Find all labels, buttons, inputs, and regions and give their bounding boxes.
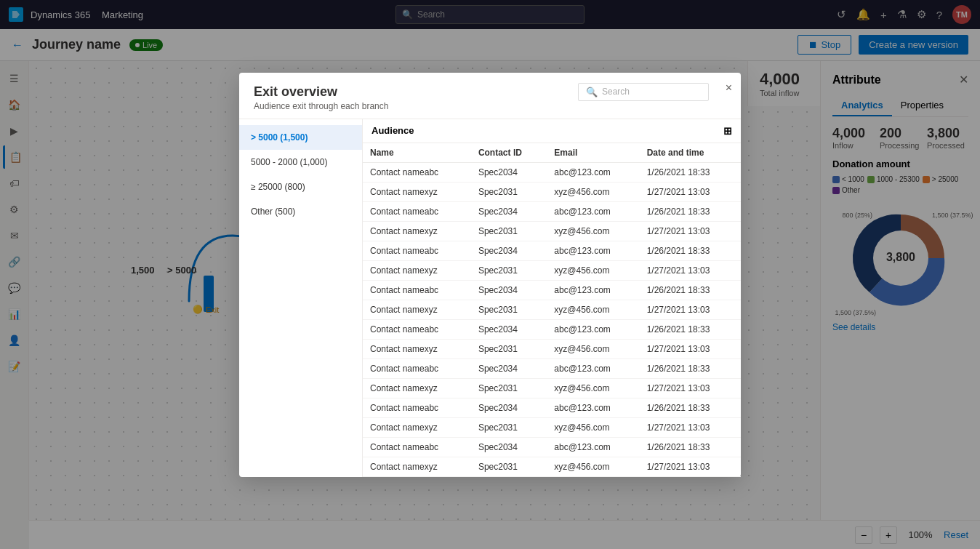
col-datetime: Date and time: [640, 143, 741, 163]
cell-email: xyz@456.com: [547, 221, 639, 241]
cell-name: Contact namexyz: [363, 221, 471, 241]
table-row: Contact nameabcSpec2034abc@123.com1/26/2…: [363, 201, 741, 221]
table-row: Contact nameabcSpec2034abc@123.com1/26/2…: [363, 162, 741, 182]
cell-email: xyz@456.com: [547, 417, 639, 437]
cell-name: Contact nameabc: [363, 201, 471, 221]
cell-datetime: 1/26/2021 18:33: [640, 280, 741, 300]
audience-label: Audience: [371, 125, 414, 136]
cell-contact_id: Spec2034: [471, 358, 547, 378]
col-name: Name: [363, 143, 471, 163]
cell-datetime: 1/26/2021 18:33: [640, 437, 741, 457]
cell-email: abc@123.com: [547, 280, 639, 300]
cell-name: Contact namexyz: [363, 300, 471, 319]
cell-name: Contact nameabc: [363, 162, 471, 182]
table-row: Contact namexyzSpec2031xyz@456.com1/27/2…: [363, 417, 741, 437]
exit-overview-modal: Exit overview Audience exit through each…: [239, 73, 741, 477]
cell-email: xyz@456.com: [547, 182, 639, 201]
cell-name: Contact nameabc: [363, 398, 471, 417]
segment-item-3[interactable]: Other (500): [239, 199, 362, 224]
table-panel: Audience ⊞ Name Contact ID Email Date an…: [363, 119, 741, 477]
table-row: Contact nameabcSpec2034abc@123.com1/26/2…: [363, 241, 741, 260]
cell-name: Contact nameabc: [363, 241, 471, 260]
cell-email: xyz@456.com: [547, 457, 639, 476]
modal-subtitle: Audience exit through each branch: [254, 101, 726, 111]
cell-datetime: 1/27/2021 13:03: [640, 378, 741, 398]
table-row: Contact nameabcSpec2034abc@123.com1/26/2…: [363, 358, 741, 378]
cell-datetime: 1/27/2021 13:03: [640, 300, 741, 319]
cell-name: Contact namexyz: [363, 260, 471, 280]
cell-contact_id: Spec2034: [471, 201, 547, 221]
cell-name: Contact namexyz: [363, 339, 471, 358]
segment-item-2[interactable]: ≥ 25000 (800): [239, 175, 362, 199]
table-header-row: Name Contact ID Email Date and time: [363, 143, 741, 163]
cell-contact_id: Spec2034: [471, 162, 547, 182]
cell-datetime: 1/26/2021 18:33: [640, 319, 741, 339]
cell-email: xyz@456.com: [547, 260, 639, 280]
cell-name: Contact namexyz: [363, 378, 471, 398]
modal-overlay: Exit overview Audience exit through each…: [0, 0, 980, 549]
table-row: Contact namexyzSpec2031xyz@456.com1/27/2…: [363, 260, 741, 280]
cell-name: Contact namexyz: [363, 182, 471, 201]
cell-email: abc@123.com: [547, 241, 639, 260]
segment-item-0[interactable]: > 5000 (1,500): [239, 125, 362, 150]
cell-contact_id: Spec2034: [471, 319, 547, 339]
cell-email: abc@123.com: [547, 319, 639, 339]
audience-table: Name Contact ID Email Date and time Cont…: [363, 143, 741, 477]
table-row: Contact namexyzSpec2031xyz@456.com1/27/2…: [363, 221, 741, 241]
cell-name: Contact namexyz: [363, 417, 471, 437]
cell-contact_id: Spec2031: [471, 260, 547, 280]
cell-contact_id: Spec2031: [471, 300, 547, 319]
cell-datetime: 1/27/2021 13:03: [640, 339, 741, 358]
cell-email: abc@123.com: [547, 201, 639, 221]
cell-datetime: 1/26/2021 18:33: [640, 241, 741, 260]
cell-name: Contact nameabc: [363, 319, 471, 339]
cell-contact_id: Spec2031: [471, 182, 547, 201]
cell-name: Contact namexyz: [363, 457, 471, 476]
cell-contact_id: Spec2034: [471, 398, 547, 417]
cell-contact_id: Spec2034: [471, 437, 547, 457]
cell-email: xyz@456.com: [547, 339, 639, 358]
cell-datetime: 1/27/2021 13:03: [640, 221, 741, 241]
cell-datetime: 1/27/2021 13:03: [640, 457, 741, 476]
cell-email: abc@123.com: [547, 162, 639, 182]
audience-header: Audience ⊞: [363, 119, 741, 143]
cell-contact_id: Spec2031: [471, 417, 547, 437]
cell-datetime: 1/27/2021 13:03: [640, 260, 741, 280]
table-row: Contact nameabcSpec2034abc@123.com1/26/2…: [363, 398, 741, 417]
table-row: Contact namexyzSpec2031xyz@456.com1/27/2…: [363, 339, 741, 358]
cell-email: xyz@456.com: [547, 378, 639, 398]
cell-contact_id: Spec2034: [471, 280, 547, 300]
cell-name: Contact nameabc: [363, 280, 471, 300]
col-contact-id: Contact ID: [471, 143, 547, 163]
cell-email: xyz@456.com: [547, 300, 639, 319]
cell-contact_id: Spec2031: [471, 221, 547, 241]
cell-name: Contact nameabc: [363, 437, 471, 457]
cell-datetime: 1/26/2021 18:33: [640, 162, 741, 182]
modal-search-box[interactable]: 🔍 Search: [578, 83, 709, 101]
cell-email: abc@123.com: [547, 398, 639, 417]
columns-icon[interactable]: ⊞: [723, 125, 732, 137]
segment-item-1[interactable]: 5000 - 2000 (1,000): [239, 150, 362, 175]
cell-contact_id: Spec2031: [471, 457, 547, 476]
cell-datetime: 1/27/2021 13:03: [640, 417, 741, 437]
cell-contact_id: Spec2034: [471, 241, 547, 260]
modal-search-icon: 🔍: [586, 87, 598, 97]
table-row: Contact nameabcSpec2034abc@123.com1/26/2…: [363, 319, 741, 339]
table-row: Contact namexyzSpec2031xyz@456.com1/27/2…: [363, 182, 741, 201]
modal-body: > 5000 (1,500) 5000 - 2000 (1,000) ≥ 250…: [239, 119, 741, 477]
table-row: Contact namexyzSpec2031xyz@456.com1/27/2…: [363, 378, 741, 398]
col-email: Email: [547, 143, 639, 163]
modal-header: Exit overview Audience exit through each…: [239, 73, 741, 119]
cell-datetime: 1/26/2021 18:33: [640, 398, 741, 417]
table-row: Contact namexyzSpec2031xyz@456.com1/27/2…: [363, 457, 741, 476]
table-body: Contact nameabcSpec2034abc@123.com1/26/2…: [363, 162, 741, 476]
cell-datetime: 1/26/2021 18:33: [640, 358, 741, 378]
cell-contact_id: Spec2031: [471, 378, 547, 398]
modal-close-button[interactable]: ×: [726, 81, 732, 95]
segments-panel: > 5000 (1,500) 5000 - 2000 (1,000) ≥ 250…: [239, 119, 363, 477]
cell-email: abc@123.com: [547, 437, 639, 457]
table-row: Contact nameabcSpec2034abc@123.com1/26/2…: [363, 280, 741, 300]
cell-datetime: 1/27/2021 13:03: [640, 182, 741, 201]
table-row: Contact namexyzSpec2031xyz@456.com1/27/2…: [363, 300, 741, 319]
table-row: Contact nameabcSpec2034abc@123.com1/26/2…: [363, 437, 741, 457]
